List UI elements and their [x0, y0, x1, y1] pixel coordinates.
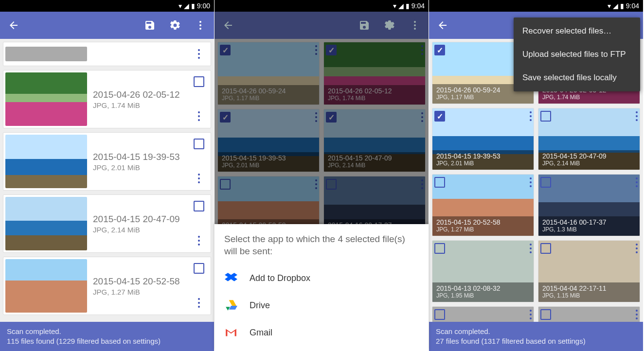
select-checkbox[interactable] — [434, 243, 445, 254]
select-checkbox[interactable] — [194, 263, 204, 274]
item-overflow-button[interactable] — [636, 110, 638, 122]
list-item[interactable]: 2015-04-26 02-05-12 JPG, 1.74 MiB — [3, 70, 211, 128]
select-checkbox[interactable] — [326, 45, 337, 55]
settings-button[interactable] — [380, 16, 399, 35]
footer-line2: 27 files found (1317 filtered based on s… — [436, 336, 636, 346]
file-name: 2015-04-15 20-52-58 — [436, 218, 530, 226]
select-checkbox[interactable] — [434, 45, 445, 55]
file-meta: JPG, 2.14 MiB — [328, 162, 421, 169]
file-meta: JPG, 2.14 MiB — [542, 160, 636, 167]
grid-tile[interactable]: 2015-04-13 02-08-32 JPG, 1.95 MiB — [432, 240, 534, 302]
thumbnail — [5, 47, 87, 61]
overflow-button[interactable] — [405, 16, 425, 35]
list-item[interactable] — [3, 42, 211, 66]
item-overflow-button[interactable] — [198, 110, 200, 122]
item-overflow-button[interactable] — [636, 176, 638, 188]
save-button[interactable] — [140, 16, 160, 35]
gear-icon — [384, 19, 395, 31]
item-overflow-button[interactable] — [421, 44, 423, 56]
tile-caption: 2015-04-15 19-39-53 JPG, 2.01 MiB — [432, 150, 534, 170]
battery-icon: ▮ — [620, 2, 624, 10]
file-name: 2015-04-04 22-17-11 — [542, 284, 636, 292]
svg-point-3 — [414, 21, 416, 23]
share-sheet-title: Select the app to which the 4 selected f… — [224, 233, 419, 258]
file-meta: JPG, 1.27 MiB — [436, 226, 530, 233]
tile-caption: 2015-04-13 02-08-32 JPG, 1.95 MiB — [432, 282, 534, 302]
select-checkbox[interactable] — [326, 112, 337, 123]
select-checkbox[interactable] — [220, 179, 231, 190]
select-checkbox[interactable] — [540, 309, 551, 320]
svg-point-0 — [199, 21, 201, 23]
dropbox-icon — [224, 271, 238, 285]
item-overflow-button[interactable] — [530, 309, 532, 320]
list-item[interactable]: 2015-04-15 19-39-53 JPG, 2.01 MiB — [3, 132, 211, 191]
item-overflow-button[interactable] — [636, 243, 638, 254]
select-checkbox[interactable] — [434, 309, 445, 320]
select-checkbox[interactable] — [326, 179, 337, 190]
settings-button[interactable] — [165, 16, 185, 35]
share-option-drive[interactable]: Drive — [224, 292, 419, 319]
select-checkbox[interactable] — [540, 111, 551, 122]
list-item[interactable]: 2015-04-15 20-52-58 JPG, 1.27 MiB — [3, 257, 211, 315]
panel-overflow-menu: ▾ ◢ ▮ 9:04 2015-04-26 00-59-24 JPG, 1.17… — [429, 0, 644, 351]
item-overflow-button[interactable] — [198, 235, 200, 246]
item-overflow-button[interactable] — [198, 173, 200, 184]
select-checkbox[interactable] — [434, 111, 445, 122]
grid-tile[interactable]: 2015-04-16 00-17-37 JPG, 1.3 MiB — [538, 174, 640, 236]
item-overflow-button[interactable] — [198, 297, 200, 309]
item-overflow-button[interactable] — [530, 176, 532, 188]
grid-tile[interactable]: 2015-04-04 22-17-11 JPG, 1.15 MiB — [538, 240, 640, 302]
footer-line1: Scan completed. — [7, 327, 207, 336]
file-meta: JPG, 1.74 MiB — [542, 94, 636, 101]
item-overflow-button[interactable] — [315, 111, 317, 123]
item-overflow-button[interactable] — [421, 178, 423, 190]
grid-tile[interactable]: 2015-04-15 20-52-58 JPG, 1.27 MiB — [432, 174, 534, 236]
overflow-button[interactable] — [191, 16, 210, 35]
share-option-label: Add to Dropbox — [250, 273, 310, 283]
back-button[interactable] — [218, 16, 238, 35]
file-meta: JPG, 1.74 MiB — [328, 95, 421, 102]
item-overflow-button[interactable] — [636, 309, 638, 320]
select-checkbox[interactable] — [194, 76, 204, 87]
file-meta: JPG, 2.01 MiB — [93, 163, 183, 172]
share-option-dropbox[interactable]: Add to Dropbox — [224, 264, 419, 292]
select-checkbox[interactable] — [194, 139, 204, 149]
item-overflow-button[interactable] — [530, 110, 532, 122]
select-checkbox[interactable] — [540, 177, 551, 188]
wifi-icon: ▾ — [393, 2, 396, 10]
list-item[interactable]: 2015-04-15 20-47-09 JPG, 2.14 MiB — [3, 194, 211, 253]
menu-item[interactable]: Recover selected files… — [514, 19, 640, 43]
menu-item[interactable]: Upload selected files to FTP — [514, 43, 640, 66]
back-button[interactable] — [4, 16, 23, 35]
arrow-back-icon — [437, 19, 448, 31]
grid-tile[interactable]: 2015-04-15 20-47-09 JPG, 2.14 MiB — [538, 108, 640, 170]
item-overflow-button[interactable] — [315, 178, 317, 190]
item-overflow-button[interactable] — [198, 48, 200, 60]
back-button[interactable] — [433, 16, 452, 35]
grid-tile[interactable]: 2015-04-15 19-39-53 JPG, 2.01 MiB — [217, 109, 320, 172]
grid-tile[interactable]: 2015-04-15 20-47-09 JPG, 2.14 MiB — [323, 109, 426, 172]
file-name: 2015-04-15 19-39-53 — [436, 152, 530, 160]
battery-icon: ▮ — [406, 2, 410, 10]
status-bar: ▾ ◢ ▮ 9:04 — [215, 0, 429, 12]
select-checkbox[interactable] — [194, 201, 204, 211]
file-meta: JPG, 1.74 MiB — [93, 101, 183, 109]
save-button[interactable] — [355, 16, 374, 35]
select-checkbox[interactable] — [540, 243, 551, 254]
file-name: 2015-04-26 00-59-24 — [222, 87, 315, 95]
tile-caption: 2015-04-26 02-05-12 JPG, 1.74 MiB — [324, 85, 425, 105]
status-bar: ▾ ◢ ▮ 9:04 — [429, 0, 643, 12]
grid-tile[interactable]: 2015-04-15 19-39-53 JPG, 2.01 MiB — [432, 108, 534, 170]
select-checkbox[interactable] — [220, 112, 231, 123]
file-list[interactable]: 2015-04-26 02-05-12 JPG, 1.74 MiB 2015-0… — [0, 39, 214, 351]
item-overflow-button[interactable] — [421, 111, 423, 123]
item-overflow-button[interactable] — [530, 243, 532, 254]
item-overflow-button[interactable] — [315, 44, 317, 56]
menu-item[interactable]: Save selected files locally — [514, 66, 640, 89]
grid-tile[interactable]: 2015-04-26 00-59-24 JPG, 1.17 MiB — [217, 42, 320, 105]
share-option-gmail[interactable]: Gmail — [224, 319, 419, 346]
select-checkbox[interactable] — [220, 45, 231, 55]
thumbnail — [5, 135, 87, 188]
select-checkbox[interactable] — [434, 177, 445, 188]
grid-tile[interactable]: 2015-04-26 02-05-12 JPG, 1.74 MiB — [323, 42, 426, 105]
